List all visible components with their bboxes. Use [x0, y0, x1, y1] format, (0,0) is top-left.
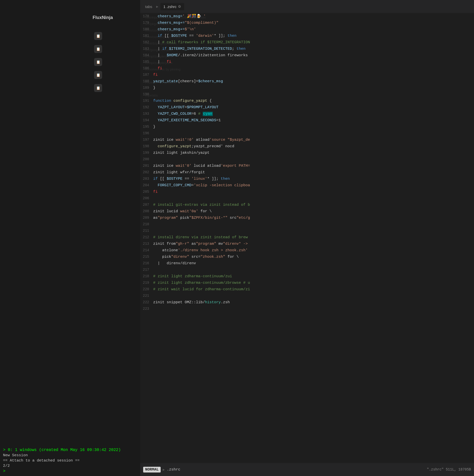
line-content: pick"direnv" src="zhook.zsh" for \: [153, 254, 239, 260]
line-content: FORGIT_COPY_CMD='xclip -selection clipbo…: [153, 182, 250, 189]
editor-panel: tabs ▶ 1 .zshrc ⚙ fluxninja.com/cloud/ag…: [140, 0, 474, 476]
code-line: 190: [140, 91, 474, 98]
code-area[interactable]: 178 cheers_msg=' 🎉🎊🍺 '179 cheers_msg+="$…: [140, 13, 474, 463]
line-content: as"program" pick"$ZPFX/bin/git-*" src"et…: [153, 215, 250, 221]
tmux-count: 2/2: [3, 464, 137, 468]
code-line: 195}: [140, 124, 474, 130]
code-line: 208zinit lucid wait'0a' for \: [140, 208, 474, 214]
code-line: 223: [140, 306, 474, 312]
line-number: 186: [140, 65, 153, 72]
sidebar-item-5[interactable]: 📋: [93, 82, 138, 94]
line-number: 209: [140, 214, 153, 221]
code-line: 217: [140, 266, 474, 273]
code-line: 181 if [[ $OSTYPE == 'darwin'* ]]; then: [140, 32, 474, 39]
code-line: 219# zinit light zdharma-continuum/zbrow…: [140, 280, 474, 286]
code-line: 209as"program" pick"$ZPFX/bin/git-*" src…: [140, 214, 474, 221]
line-number: 185: [140, 58, 153, 65]
line-number: 220: [140, 286, 153, 292]
line-content: YAZPT_CWD_COLOR=6 # cyan: [153, 111, 213, 117]
line-content: | direnv/direnv: [153, 260, 196, 267]
line-number: 201: [140, 162, 153, 169]
line-content: zinit from"gh-r" as"program" mv"direnv* …: [153, 241, 248, 247]
line-number: 222: [140, 299, 153, 306]
sidebar-icon-3: 📋: [94, 58, 102, 66]
line-number: 218: [140, 273, 153, 280]
line-number: 215: [140, 254, 153, 260]
active-tab[interactable]: 1 .zshrc ⚙: [160, 3, 184, 10]
line-number: 202: [140, 169, 153, 176]
line-number: 198: [140, 143, 153, 150]
line-content: configure_yazpt;yazpt_precmd' nocd: [153, 143, 234, 150]
line-content: fi: [153, 72, 158, 78]
line-number: 196: [140, 130, 153, 136]
line-number: 195: [140, 124, 153, 130]
tmux-attach-line: == Attach to a detached session ==: [3, 458, 137, 463]
line-number: 213: [140, 240, 153, 247]
code-line: 186 fi: [140, 65, 474, 72]
status-filename: .zshrc: [167, 468, 180, 472]
code-line: 215 pick"direnv" src="zhook.zsh" for \: [140, 254, 474, 260]
sidebar-item-3[interactable]: 📋: [93, 56, 138, 68]
sidebar-item-1[interactable]: 📋: [93, 30, 138, 42]
line-number: 197: [140, 136, 153, 143]
sidebar-icon-1: 📋: [94, 32, 102, 40]
code-line: 207# install git-extras via zinit instea…: [140, 202, 474, 208]
line-number: 216: [140, 260, 153, 266]
line-number: 194: [140, 117, 153, 124]
line-number: 190: [140, 91, 153, 98]
sidebar-item-2[interactable]: 📋: [93, 43, 138, 55]
tmux-status: > 0: 1 windows (created Mon May 16 09:30…: [0, 445, 140, 476]
line-number: 180: [140, 26, 153, 32]
line-number: 212: [140, 234, 153, 240]
line-number: 188: [140, 78, 153, 84]
line-number: 205: [140, 188, 153, 195]
sidebar-item-4[interactable]: 📋: [93, 69, 138, 81]
line-content: # install direnv via zinit instead of br…: [153, 234, 248, 241]
left-panel: FluxNinja 📋 📋 📋 📋 📋 > 0: 1 windows (crea…: [0, 0, 140, 476]
code-line: 179 cheers_msg+="$(compliment)": [140, 20, 474, 26]
code-line: 222zinit snippet OMZ::lib/history.zsh: [140, 299, 474, 306]
line-content: | $HOME/.iterm2/it2attention fireworks: [153, 52, 248, 59]
line-content: YAZPT_EXECTIME_MIN_SECONDS=1: [153, 117, 221, 124]
code-line: 213zinit from"gh-r" as"program" mv"diren…: [140, 240, 474, 247]
code-line: 204 FORGIT_COPY_CMD='xclip -selection cl…: [140, 182, 474, 188]
code-line: 221: [140, 292, 474, 299]
code-line: 214 atclone'./direnv hook zsh > zhook.zs…: [140, 247, 474, 254]
tabs-label: tabs: [143, 3, 154, 10]
code-line: 197zinit ice wait'!0' atload'source "$ya…: [140, 136, 474, 143]
line-number: 200: [140, 156, 153, 162]
code-line: 192 YAZPT_LAYOUT=$PROMPT_LAYOUT: [140, 104, 474, 110]
line-content: | # call fireworks if $ITERM2_INTEGRATIO…: [153, 39, 250, 46]
line-number: 183: [140, 46, 153, 52]
sidebar-header: FluxNinja: [93, 15, 113, 20]
line-content: fi: [153, 65, 162, 72]
code-line: 191function configure_yazpt {: [140, 98, 474, 104]
line-content: | if $ITERM2_INTEGRATION_DETECTED; then: [153, 46, 246, 52]
line-number: 207: [140, 202, 153, 208]
code-line: 193 YAZPT_CWD_COLOR=6 # cyan: [140, 110, 474, 117]
code-line: 198 configure_yazpt;yazpt_precmd' nocd: [140, 143, 474, 150]
code-line: 182 | # call fireworks if $ITERM2_INTEGR…: [140, 39, 474, 46]
code-line: 202zinit light wfxr/forgit: [140, 169, 474, 176]
code-line: 180 cheers_msg+=$'\n': [140, 26, 474, 32]
code-line: 210: [140, 221, 474, 228]
code-line: 178 cheers_msg=' 🎉🎊🍺 ': [140, 13, 474, 20]
line-number: 181: [140, 32, 153, 39]
sidebar: FluxNinja 📋 📋 📋 📋 📋 > 0: 1 windows (crea…: [0, 0, 140, 476]
line-number: 223: [140, 306, 153, 312]
line-content: zinit ice wait'0' lucid atload'export PA…: [153, 163, 250, 169]
line-number: 193: [140, 110, 153, 117]
status-fileinfo: NORMAL ▶ .zshrc: [143, 463, 180, 476]
line-content: zinit light jakshin/yazpt: [153, 150, 209, 156]
line-content: zinit lucid wait'0a' for \: [153, 208, 212, 215]
code-line: 201zinit ice wait'0' lucid atload'export…: [140, 162, 474, 169]
tab-arrow-icon: ▶: [156, 4, 158, 9]
code-line: 212# install direnv via zinit instead of…: [140, 234, 474, 240]
line-content: if [[ $OSTYPE == 'darwin'* ]]; then: [153, 33, 236, 39]
status-mode: NORMAL: [143, 467, 161, 472]
sidebar-items: 📋 📋 📋 📋 📋: [93, 30, 138, 95]
line-number: 206: [140, 195, 153, 202]
gear-icon[interactable]: ⚙: [178, 4, 181, 8]
line-number: 182: [140, 39, 153, 46]
line-content: # zinit light zdharma-continuum/zui: [153, 273, 232, 280]
